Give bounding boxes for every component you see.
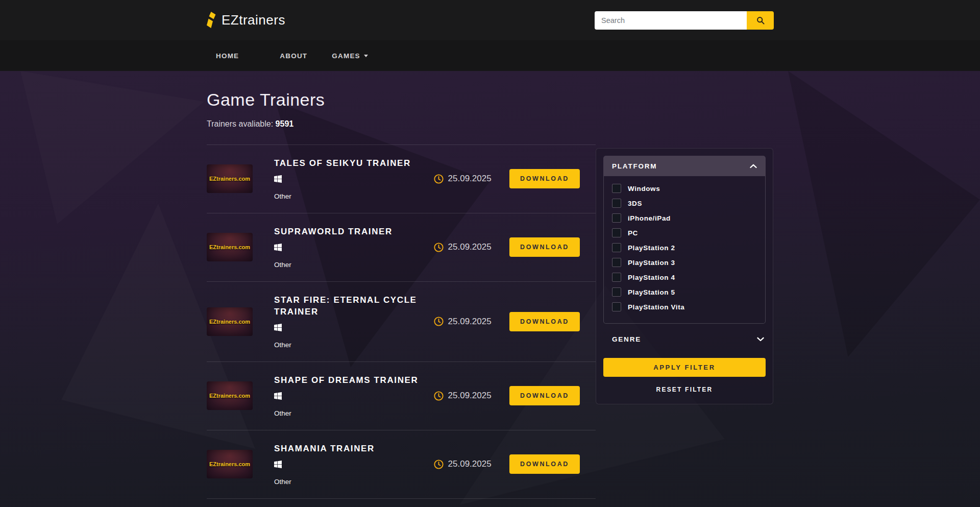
search-button[interactable] bbox=[747, 11, 774, 30]
platform-option-row[interactable]: PlayStation 3 bbox=[612, 258, 757, 267]
platform-checkbox[interactable] bbox=[612, 228, 621, 237]
trainer-date: 25.09.2025 bbox=[448, 242, 492, 252]
platform-option-label: PC bbox=[628, 229, 638, 237]
windows-icon bbox=[274, 392, 282, 400]
nav-item-games-dropdown[interactable]: GAMES bbox=[332, 52, 368, 60]
brand-lightning-icon bbox=[206, 12, 217, 29]
clock-icon bbox=[434, 460, 444, 469]
trainer-thumbnail[interactable]: EZtrainers.com bbox=[207, 307, 253, 336]
trainer-list-column: Game Trainers Trainers avaliable: 9591 E… bbox=[207, 71, 596, 499]
trainer-row: EZtrainers.com SUPRAWORLD TRAINER Other … bbox=[207, 213, 596, 282]
genre-section-toggle[interactable]: GENRE bbox=[603, 332, 766, 346]
trainer-title[interactable]: SUPRAWORLD TRAINER bbox=[274, 226, 393, 238]
background-triangle bbox=[20, 71, 204, 224]
platform-checkbox[interactable] bbox=[612, 287, 621, 297]
clock-icon bbox=[434, 317, 444, 326]
reset-filter-button[interactable]: RESET FILTER bbox=[603, 386, 766, 393]
trainer-date: 25.09.2025 bbox=[448, 174, 492, 184]
platform-option-label: 3DS bbox=[628, 200, 642, 207]
platform-option-row[interactable]: PC bbox=[612, 228, 757, 237]
platform-option-row[interactable]: PlayStation 5 bbox=[612, 287, 757, 297]
platform-option-label: PlayStation 5 bbox=[628, 288, 675, 296]
main-navigation: HOME ABOUT GAMES bbox=[0, 40, 980, 71]
thumbnail-watermark: EZtrainers.com bbox=[209, 244, 250, 250]
trainer-title[interactable]: SHAMANIA TRAINER bbox=[274, 443, 375, 455]
platform-checkbox[interactable] bbox=[612, 199, 621, 208]
trainer-date: 25.09.2025 bbox=[448, 459, 492, 469]
trainers-available-count: 9591 bbox=[276, 119, 294, 128]
search-icon bbox=[756, 16, 765, 25]
platform-section-toggle[interactable]: PLATFORM bbox=[603, 156, 766, 176]
platform-checkbox[interactable] bbox=[612, 243, 621, 252]
trainer-row: EZtrainers.com SHAPE OF DREAMS TRAINER O… bbox=[207, 362, 596, 430]
windows-icon bbox=[274, 244, 282, 251]
platform-option-label: Windows bbox=[628, 185, 660, 192]
platform-checkbox[interactable] bbox=[612, 273, 621, 282]
top-header: EZtrainers bbox=[0, 0, 980, 40]
trainer-title[interactable]: SHAPE OF DREAMS TRAINER bbox=[274, 375, 418, 387]
trainer-list: EZtrainers.com TALES OF SEIKYU TRAINER O… bbox=[207, 144, 596, 499]
platform-option-label: iPhone/iPad bbox=[628, 214, 671, 222]
download-button[interactable]: DOWNLOAD bbox=[509, 454, 580, 474]
trainer-title[interactable]: STAR FIRE: ETERNAL CYCLE TRAINER bbox=[274, 295, 434, 318]
thumbnail-watermark: EZtrainers.com bbox=[209, 461, 250, 467]
platform-option-label: PlayStation Vita bbox=[628, 303, 684, 311]
platform-option-row[interactable]: PlayStation 2 bbox=[612, 243, 757, 252]
trainer-row: EZtrainers.com TALES OF SEIKYU TRAINER O… bbox=[207, 145, 596, 213]
apply-filter-button[interactable]: APPLY FILTER bbox=[603, 358, 766, 377]
platform-option-label: PlayStation 4 bbox=[628, 274, 675, 281]
trainer-thumbnail[interactable]: EZtrainers.com bbox=[207, 164, 253, 193]
main-section: Game Trainers Trainers avaliable: 9591 E… bbox=[0, 71, 980, 507]
thumbnail-watermark: EZtrainers.com bbox=[209, 176, 250, 182]
trainers-available-line: Trainers avaliable: 9591 bbox=[207, 119, 596, 129]
trainer-thumbnail[interactable]: EZtrainers.com bbox=[207, 381, 253, 410]
genre-label: Other bbox=[274, 261, 291, 269]
brand-name: EZtrainers bbox=[222, 12, 285, 28]
platform-option-row[interactable]: 3DS bbox=[612, 199, 757, 208]
chevron-up-icon bbox=[750, 164, 757, 168]
platform-checkbox[interactable] bbox=[612, 213, 621, 223]
platform-option-row[interactable]: Windows bbox=[612, 184, 757, 193]
platform-checkbox[interactable] bbox=[612, 258, 621, 267]
platform-option-list: Windows 3DS iPhone/iPad PC PlayStation 2… bbox=[603, 176, 766, 324]
nav-item-about[interactable]: ABOUT bbox=[280, 52, 307, 60]
platform-option-label: PlayStation 2 bbox=[628, 244, 675, 252]
page-title: Game Trainers bbox=[207, 90, 596, 110]
trainer-row: EZtrainers.com SHAMANIA TRAINER Other 25… bbox=[207, 430, 596, 499]
clock-icon bbox=[434, 243, 444, 252]
genre-label: Other bbox=[274, 409, 291, 417]
platform-checkbox[interactable] bbox=[612, 302, 621, 311]
nav-item-home[interactable]: HOME bbox=[216, 52, 239, 60]
download-button[interactable]: DOWNLOAD bbox=[509, 312, 580, 331]
genre-label: Other bbox=[274, 478, 291, 486]
windows-icon bbox=[274, 324, 282, 331]
platform-option-row[interactable]: PlayStation Vita bbox=[612, 302, 757, 311]
genre-label: Other bbox=[274, 192, 291, 200]
download-button[interactable]: DOWNLOAD bbox=[509, 237, 580, 257]
download-button[interactable]: DOWNLOAD bbox=[509, 386, 580, 405]
trainer-thumbnail[interactable]: EZtrainers.com bbox=[207, 450, 253, 478]
clock-icon bbox=[434, 391, 444, 401]
platform-checkbox[interactable] bbox=[612, 184, 621, 193]
windows-icon bbox=[274, 461, 282, 468]
clock-icon bbox=[434, 174, 444, 184]
trainer-date: 25.09.2025 bbox=[448, 317, 492, 327]
download-button[interactable]: DOWNLOAD bbox=[509, 169, 580, 188]
trainer-row: EZtrainers.com STAR FIRE: ETERNAL CYCLE … bbox=[207, 282, 596, 362]
search-input[interactable] bbox=[595, 11, 747, 30]
brand-logo[interactable]: EZtrainers bbox=[206, 12, 285, 29]
trainer-date: 25.09.2025 bbox=[448, 391, 492, 401]
trainer-title[interactable]: TALES OF SEIKYU TRAINER bbox=[274, 158, 411, 170]
genre-label: Other bbox=[274, 341, 291, 349]
chevron-down-icon bbox=[757, 337, 764, 342]
platform-option-row[interactable]: iPhone/iPad bbox=[612, 213, 757, 223]
windows-icon bbox=[274, 175, 282, 183]
thumbnail-watermark: EZtrainers.com bbox=[209, 319, 250, 325]
filter-sidebar: PLATFORM Windows 3DS iPhone/iPad PC Play… bbox=[596, 71, 773, 499]
platform-option-row[interactable]: PlayStation 4 bbox=[612, 273, 757, 282]
dropdown-caret-icon bbox=[364, 55, 368, 57]
filter-card: PLATFORM Windows 3DS iPhone/iPad PC Play… bbox=[596, 148, 773, 404]
trainer-thumbnail[interactable]: EZtrainers.com bbox=[207, 233, 253, 261]
search-form bbox=[595, 11, 774, 30]
thumbnail-watermark: EZtrainers.com bbox=[209, 393, 250, 399]
